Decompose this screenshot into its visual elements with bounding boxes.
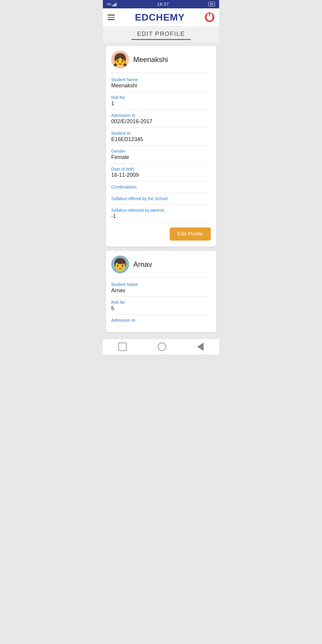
- label-dob: Date of birth: [111, 167, 211, 171]
- profile-name-meenakshi: Meenakshi: [133, 55, 168, 64]
- network-type: 4G: [107, 2, 112, 6]
- label-admission-id: Admission Id: [111, 113, 211, 118]
- profile-header-meenakshi: Meenakshi: [111, 51, 211, 73]
- label-arnav-admission-id: Admission Id: [111, 318, 211, 323]
- field-combinations: Combinations: [111, 182, 211, 193]
- profile-card-meenakshi: Meenakshi Student Name Meenakshi Roll No…: [106, 46, 216, 247]
- title-underline: [131, 39, 191, 40]
- label-syllabus-school: Syllabus offered by the School: [111, 196, 211, 201]
- label-student-name: Student Name: [111, 77, 211, 82]
- field-student-id: Student Id E16ED12345: [111, 128, 211, 146]
- field-arnav-admission-id: Admission Id: [111, 315, 211, 326]
- field-dob: Date of birth 16-11-2009: [111, 164, 211, 182]
- value-student-id: E16ED12345: [111, 136, 211, 143]
- label-arnav-student-name: Student Name: [111, 282, 211, 287]
- value-dob: 16-11-2009: [111, 172, 211, 178]
- content-area: Meenakshi Student Name Meenakshi Roll No…: [103, 42, 219, 336]
- signal-bars-icon: [112, 2, 118, 6]
- label-syllabus-parents: Syllabus selected by parents: [111, 208, 211, 213]
- value-gender: Female: [111, 154, 211, 160]
- avatar-meenakshi: [111, 51, 129, 69]
- value-arnav-student-name: Arnav: [111, 287, 211, 294]
- field-syllabus-school: Syllabus offered by the School: [111, 193, 211, 205]
- status-bar: 4G 18:37 60: [103, 0, 219, 8]
- value-admission-id: 002/E/2016-2017: [111, 118, 211, 125]
- field-student-name: Student Name Meenakshi: [111, 74, 211, 92]
- power-button[interactable]: [205, 13, 214, 22]
- power-icon-ring: [206, 13, 213, 21]
- svg-rect-2: [115, 3, 116, 6]
- battery-indicator: 60: [208, 2, 215, 7]
- label-roll-no: Roll No: [111, 95, 211, 100]
- nav-square-button[interactable]: [118, 343, 127, 351]
- avatar-arnav: [111, 256, 129, 273]
- menu-button[interactable]: [108, 15, 115, 20]
- app-header: EDCHEMY: [103, 8, 219, 26]
- nav-back-button[interactable]: [197, 343, 204, 351]
- profile-name-arnav: Arnav: [133, 260, 152, 269]
- field-gender: Gender Female: [111, 146, 211, 164]
- svg-rect-0: [112, 5, 113, 6]
- status-time: 18:37: [157, 2, 169, 7]
- value-roll-no: 1: [111, 100, 211, 107]
- value-arnav-roll-no: 5: [111, 305, 211, 312]
- field-syllabus-parents: Syllabus selected by parents -1: [111, 205, 211, 223]
- edit-profile-button-meenakshi[interactable]: Edit Profile: [170, 227, 211, 241]
- value-syllabus-parents: -1: [111, 213, 211, 219]
- label-combinations: Combinations: [111, 185, 211, 189]
- page-title: EDIT PROFILE: [103, 30, 219, 37]
- edit-profile-btn-row: Edit Profile: [111, 227, 211, 241]
- nav-home-button[interactable]: [158, 343, 166, 351]
- profile-header-arnav: Arnav: [111, 256, 211, 278]
- field-arnav-roll-no: Roll No 5: [111, 297, 211, 315]
- field-arnav-student-name: Student Name Arnav: [111, 279, 211, 297]
- field-roll-no: Roll No 1: [111, 92, 211, 110]
- signal-indicator: 4G: [107, 2, 118, 6]
- label-arnav-roll-no: Roll No: [111, 300, 211, 305]
- svg-rect-1: [114, 4, 114, 6]
- value-student-name: Meenakshi: [111, 83, 211, 89]
- label-student-id: Student Id: [111, 131, 211, 136]
- label-gender: Gender: [111, 149, 211, 154]
- field-admission-id: Admission Id 002/E/2016-2017: [111, 110, 211, 128]
- bottom-navigation: [103, 339, 219, 354]
- svg-rect-3: [116, 2, 117, 6]
- app-logo: EDCHEMY: [135, 12, 185, 23]
- page-title-section: EDIT PROFILE: [103, 26, 219, 42]
- profile-card-arnav: Arnav Student Name Arnav Roll No 5 Admis…: [106, 251, 216, 332]
